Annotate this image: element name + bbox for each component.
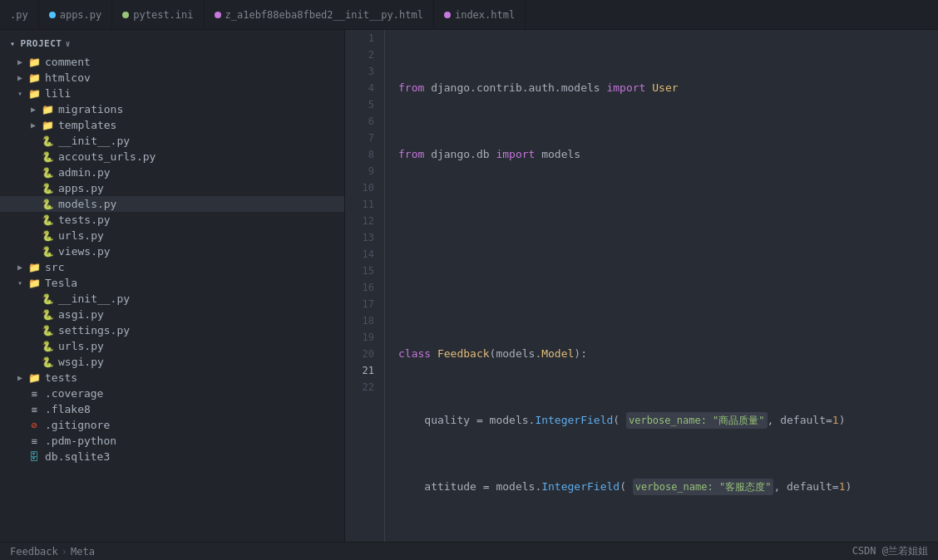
sidebar-header: ▾ Project ∨ <box>0 33 344 54</box>
tree-tesla[interactable]: ▾ 📁 Tesla <box>0 275 344 291</box>
ln-18: 18 <box>345 312 374 329</box>
tree-lili-init[interactable]: 🐍 __init__.py <box>0 133 344 149</box>
lili-folder-icon: 📁 <box>27 88 42 100</box>
tree-pdm-python[interactable]: ≡ .pdm-python <box>0 433 344 449</box>
code-line-2: from django.db import models <box>398 146 938 163</box>
code-line-7: attitude = models.IntegerField( verbose_… <box>398 479 938 495</box>
tree-models[interactable]: 🐍 models.py <box>0 196 344 212</box>
accouts-urls-label: accouts_urls.py <box>55 150 156 163</box>
htmlcov-label: htmlcov <box>42 71 91 84</box>
tree-coverage[interactable]: ≡ .coverage <box>0 386 344 401</box>
ln-16: 16 <box>345 279 374 296</box>
tree-urls-py[interactable]: 🐍 urls.py <box>0 228 344 243</box>
sqlite3-icon: 🗄 <box>27 451 42 463</box>
code-line-3 <box>398 213 938 229</box>
tree-settings[interactable]: 🐍 settings.py <box>0 322 344 338</box>
migrations-label: migrations <box>55 103 123 115</box>
tesla-label: Tesla <box>42 277 77 289</box>
gitignore-label: .gitignore <box>42 419 110 431</box>
ln-10: 10 <box>345 179 374 196</box>
tree-htmlcov[interactable]: ▶ 📁 htmlcov <box>0 70 344 86</box>
tree-tesla-urls[interactable]: 🐍 urls.py <box>0 338 344 354</box>
templates-arrow: ▶ <box>27 120 40 130</box>
tab-apps-label: apps.py <box>60 9 102 21</box>
ln-1: 1 <box>345 30 374 47</box>
tree-tests-py[interactable]: 🐍 tests.py <box>0 212 344 228</box>
tree-tesla-init[interactable]: 🐍 __init__.py <box>0 291 344 307</box>
tab-py-label: .py <box>10 9 28 21</box>
ln-2: 2 <box>345 47 374 63</box>
code-line-4 <box>398 279 938 296</box>
src-arrow: ▶ <box>13 263 27 272</box>
tab-index-label: index.html <box>455 9 515 21</box>
flake8-label: .flake8 <box>42 403 91 415</box>
models-icon: 🐍 <box>40 199 55 210</box>
comment-label: comment <box>42 56 91 68</box>
tree-views-py[interactable]: 🐍 views.py <box>0 243 344 259</box>
urls-py-icon: 🐍 <box>40 230 55 242</box>
main-content: ▾ Project ∨ ▶ 📁 comment ▶ 📁 htmlcov ▾ 📁 … <box>0 30 938 542</box>
ln-19: 19 <box>345 329 374 346</box>
tests-folder-label: tests <box>42 371 77 384</box>
tree-wsgi[interactable]: 🐍 wsgi.py <box>0 354 344 370</box>
breadcrumb-sep-1: › <box>62 546 67 558</box>
tree-gitignore[interactable]: ⊘ .gitignore <box>0 417 344 433</box>
ln-12: 12 <box>345 213 374 229</box>
comment-folder-icon: 📁 <box>27 56 42 68</box>
lili-init-icon: 🐍 <box>40 135 55 147</box>
tree-templates[interactable]: ▶ 📁 templates <box>0 117 344 133</box>
status-right: CSDN @兰若姐姐 <box>852 544 928 558</box>
htmlcov-folder-icon: 📁 <box>27 72 42 84</box>
migrations-arrow: ▶ <box>27 105 40 114</box>
line-numbers: 1 2 3 4 5 6 7 8 9 10 11 12 13 14 15 16 1… <box>345 30 385 542</box>
sidebar: ▾ Project ∨ ▶ 📁 comment ▶ 📁 htmlcov ▾ 📁 … <box>0 30 345 542</box>
tab-index[interactable]: index.html <box>434 0 526 30</box>
ln-20: 20 <box>345 346 374 362</box>
migrations-folder-icon: 📁 <box>40 104 55 115</box>
flake8-icon: ≡ <box>27 404 42 415</box>
comment-arrow: ▶ <box>13 57 27 66</box>
ln-4: 4 <box>345 80 374 96</box>
views-py-label: views.py <box>55 245 111 258</box>
tree-admin[interactable]: 🐍 admin.py <box>0 165 344 180</box>
src-label: src <box>42 261 64 273</box>
tree-tests-folder[interactable]: ▶ 📁 tests <box>0 370 344 386</box>
tesla-folder-icon: 📁 <box>27 278 42 289</box>
tab-pytest[interactable]: pytest.ini <box>112 0 204 30</box>
views-py-icon: 🐍 <box>40 246 55 258</box>
pdm-label: .pdm-python <box>42 435 116 447</box>
code-content[interactable]: from django.contrib.auth.models import U… <box>385 30 938 542</box>
tree-accouts-urls[interactable]: 🐍 accouts_urls.py <box>0 149 344 165</box>
src-folder-icon: 📁 <box>27 262 42 273</box>
tree-flake8[interactable]: ≡ .flake8 <box>0 401 344 417</box>
lili-arrow: ▾ <box>13 89 27 98</box>
tree-src[interactable]: ▶ 📁 src <box>0 259 344 275</box>
breadcrumb: Feedback › Meta <box>10 546 95 558</box>
tab-init[interactable]: z_a1ebf88eba8fbed2__init__py.html <box>205 0 434 30</box>
tree-migrations[interactable]: ▶ 📁 migrations <box>0 101 344 117</box>
htmlcov-arrow: ▶ <box>13 73 27 82</box>
wsgi-label: wsgi.py <box>55 356 104 368</box>
coverage-icon: ≡ <box>27 388 42 400</box>
tree-comment[interactable]: ▶ 📁 comment <box>0 54 344 70</box>
tabs-bar: .py apps.py pytest.ini z_a1ebf88eba8fbed… <box>0 0 938 30</box>
tree-sqlite3[interactable]: 🗄 db.sqlite3 <box>0 449 344 464</box>
settings-icon: 🐍 <box>40 325 55 336</box>
tests-folder-arrow: ▶ <box>13 373 27 382</box>
tree-asgi[interactable]: 🐍 asgi.py <box>0 307 344 322</box>
tree-lili[interactable]: ▾ 📁 lili <box>0 86 344 101</box>
templates-folder-icon: 📁 <box>40 120 55 131</box>
tab-py[interactable]: .py <box>0 0 39 30</box>
apps-dot <box>49 12 56 18</box>
tree-apps[interactable]: 🐍 apps.py <box>0 180 344 196</box>
ln-14: 14 <box>345 246 374 263</box>
code-line-1: from django.contrib.auth.models import U… <box>398 80 938 96</box>
tab-apps[interactable]: apps.py <box>39 0 113 30</box>
tesla-urls-label: urls.py <box>55 340 104 352</box>
ln-17: 17 <box>345 296 374 312</box>
watermark: CSDN @兰若姐姐 <box>852 544 928 558</box>
project-title: Project <box>21 38 62 49</box>
code-line-6: quality = models.IntegerField( verbose_n… <box>398 412 938 429</box>
tests-py-label: tests.py <box>55 214 111 226</box>
wsgi-icon: 🐍 <box>40 356 55 368</box>
